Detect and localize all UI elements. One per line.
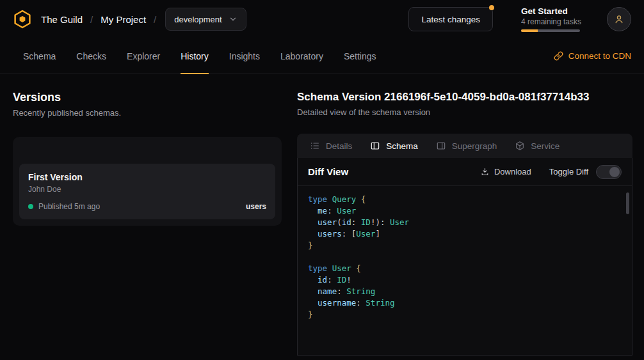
tab-checks[interactable]: Checks bbox=[66, 38, 117, 74]
get-started-progress-fill bbox=[521, 29, 538, 32]
tab-label: Insights bbox=[229, 51, 260, 61]
tab-label: Settings bbox=[344, 51, 376, 61]
get-started-subtitle: 4 remaining tasks bbox=[521, 17, 581, 26]
service-badge: users bbox=[246, 202, 266, 211]
version-status: Published 5m ago bbox=[38, 202, 100, 211]
download-icon bbox=[480, 167, 490, 176]
published-status-dot bbox=[28, 204, 33, 209]
download-button[interactable]: Download bbox=[480, 167, 531, 176]
tab-label: Schema bbox=[23, 51, 56, 61]
sdl-code-viewer[interactable]: type Query { me: User user(id: ID!): Use… bbox=[298, 186, 632, 355]
get-started-widget[interactable]: Get Started 4 remaining tasks bbox=[521, 6, 581, 32]
versions-list: First Version John Doe Published 5m ago … bbox=[13, 137, 282, 226]
hive-logo[interactable] bbox=[13, 10, 32, 29]
detail-tab-label: Schema bbox=[386, 141, 418, 151]
tab-details[interactable]: Details bbox=[301, 134, 361, 158]
version-detail-title: Schema Version 2166196f-5e10-4059-bd0a-0… bbox=[297, 91, 632, 104]
tab-settings[interactable]: Settings bbox=[334, 38, 387, 74]
detail-tab-label: Supergraph bbox=[452, 141, 497, 151]
tab-insights[interactable]: Insights bbox=[219, 38, 270, 74]
breadcrumb-separator: / bbox=[154, 14, 156, 25]
latest-changes-button[interactable]: Latest changes bbox=[408, 7, 493, 31]
toggle-diff-label: Toggle Diff bbox=[549, 167, 588, 176]
versions-subtitle: Recently published schemas. bbox=[13, 108, 282, 118]
supergraph-icon bbox=[436, 141, 446, 151]
version-list-item[interactable]: First Version John Doe Published 5m ago … bbox=[19, 164, 275, 219]
version-author: John Doe bbox=[28, 185, 266, 194]
target-selector[interactable]: development bbox=[165, 8, 246, 31]
tab-schema-detail[interactable]: Schema bbox=[361, 134, 427, 158]
user-icon bbox=[613, 13, 625, 25]
diff-header: Diff View Download Toggle Diff bbox=[298, 158, 632, 186]
breadcrumb-org[interactable]: The Guild bbox=[41, 14, 83, 25]
latest-changes-label: Latest changes bbox=[421, 15, 480, 24]
connect-to-cdn-label: Connect to CDN bbox=[568, 51, 631, 61]
download-label: Download bbox=[494, 167, 531, 176]
versions-title: Versions bbox=[13, 91, 282, 104]
diff-view-title: Diff View bbox=[308, 166, 348, 177]
toggle-knob bbox=[609, 167, 620, 177]
get-started-progress-bar bbox=[521, 29, 580, 32]
tab-schema[interactable]: Schema bbox=[13, 38, 66, 74]
detail-tab-label: Service bbox=[531, 141, 559, 151]
schema-icon bbox=[370, 141, 380, 151]
scrollbar-thumb[interactable] bbox=[626, 192, 629, 214]
target-selector-value: development bbox=[174, 15, 221, 24]
detail-tab-label: Details bbox=[326, 141, 352, 151]
main-content: Versions Recently published schemas. Fir… bbox=[0, 74, 644, 356]
main-nav: Schema Checks Explorer History Insights … bbox=[0, 38, 644, 74]
link-icon bbox=[554, 51, 563, 61]
tab-label: Explorer bbox=[127, 51, 160, 61]
tab-label: Checks bbox=[76, 51, 106, 61]
get-started-title: Get Started bbox=[521, 6, 581, 16]
tab-laboratory[interactable]: Laboratory bbox=[270, 38, 334, 74]
tab-label: History bbox=[181, 51, 209, 61]
version-name: First Version bbox=[28, 172, 266, 182]
code-block: type Query { me: User user(id: ID!): Use… bbox=[308, 194, 622, 320]
tab-supergraph[interactable]: Supergraph bbox=[427, 134, 506, 158]
version-detail-subtitle: Detailed view of the schema version bbox=[297, 107, 632, 117]
versions-panel: Versions Recently published schemas. Fir… bbox=[13, 84, 282, 356]
connect-to-cdn-link[interactable]: Connect to CDN bbox=[554, 51, 631, 61]
list-icon bbox=[310, 141, 320, 151]
breadcrumb-project[interactable]: My Project bbox=[101, 14, 146, 25]
version-detail-tabs: Details Schema Supergraph bbox=[297, 134, 632, 158]
tab-label: Laboratory bbox=[280, 51, 323, 61]
tab-explorer[interactable]: Explorer bbox=[117, 38, 170, 74]
hive-logo-icon bbox=[13, 10, 32, 29]
breadcrumb-separator: / bbox=[90, 14, 93, 25]
chevron-down-icon bbox=[229, 15, 237, 24]
service-box-icon bbox=[515, 141, 525, 151]
avatar[interactable] bbox=[607, 7, 631, 31]
version-meta: Published 5m ago users bbox=[28, 202, 266, 211]
tab-service[interactable]: Service bbox=[506, 134, 568, 158]
diff-panel: Diff View Download Toggle Diff type Quer… bbox=[297, 158, 632, 356]
top-bar: The Guild / My Project / development Lat… bbox=[0, 0, 644, 38]
toggle-diff-switch[interactable] bbox=[596, 165, 622, 179]
notification-dot bbox=[489, 5, 494, 10]
version-detail-panel: Schema Version 2166196f-5e10-4059-bd0a-0… bbox=[297, 84, 632, 356]
tab-history[interactable]: History bbox=[170, 38, 219, 74]
